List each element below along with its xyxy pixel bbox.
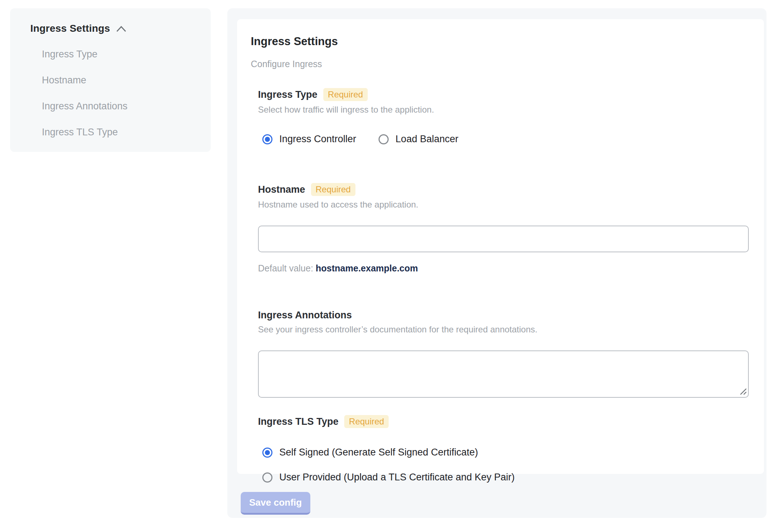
sidebar-section-toggle[interactable]: Ingress Settings	[30, 23, 200, 34]
default-value-text: hostname.example.com	[316, 263, 418, 273]
section-ingress-tls-type: Ingress TLS Type Required Self Signed (G…	[258, 415, 749, 483]
sidebar-item-hostname[interactable]: Hostname	[42, 75, 200, 86]
radio-option-label: Ingress Controller	[279, 134, 356, 145]
radio-option-label: Self Signed (Generate Self Signed Certif…	[279, 447, 478, 458]
ingress-annotations-label: Ingress Annotations	[258, 310, 352, 321]
radio-option-label: User Provided (Upload a TLS Certificate …	[279, 472, 515, 483]
page-title: Ingress Settings	[251, 35, 749, 48]
ingress-settings-card: Ingress Settings Configure Ingress Ingre…	[237, 19, 764, 474]
ingress-tls-radio-group: Self Signed (Generate Self Signed Certif…	[258, 447, 749, 483]
radio-option-label: Load Balancer	[395, 134, 458, 145]
ingress-type-description: Select how traffic will ingress to the a…	[258, 105, 749, 115]
radio-icon[interactable]	[262, 472, 272, 483]
default-value-label: Default value:	[258, 263, 313, 273]
radio-option-self-signed[interactable]: Self Signed (Generate Self Signed Certif…	[262, 447, 749, 458]
ingress-type-label: Ingress Type	[258, 89, 318, 100]
ingress-type-radio-group: Ingress Controller Load Balancer	[258, 134, 749, 145]
hostname-input[interactable]	[258, 226, 749, 252]
hostname-default-line: Default value: hostname.example.com	[258, 263, 749, 274]
ingress-annotations-textarea[interactable]	[258, 350, 749, 398]
required-badge: Required	[323, 88, 368, 101]
hostname-label: Hostname	[258, 184, 305, 195]
sidebar-item-ingress-type[interactable]: Ingress Type	[42, 49, 200, 60]
radio-icon[interactable]	[379, 134, 389, 144]
settings-sidebar: Ingress Settings Ingress Type Hostname I…	[10, 8, 211, 152]
section-ingress-annotations: Ingress Annotations See your ingress con…	[258, 310, 749, 398]
sidebar-item-list: Ingress Type Hostname Ingress Annotation…	[42, 49, 200, 138]
section-hostname: Hostname Required Hostname used to acces…	[258, 183, 749, 274]
required-badge: Required	[311, 183, 355, 196]
page-subtitle: Configure Ingress	[251, 59, 749, 69]
sidebar-item-ingress-tls-type[interactable]: Ingress TLS Type	[42, 127, 200, 138]
save-config-button[interactable]: Save config	[241, 492, 310, 515]
section-ingress-type: Ingress Type Required Select how traffic…	[258, 88, 749, 145]
radio-icon[interactable]	[262, 134, 272, 144]
chevron-up-icon	[116, 25, 127, 33]
sidebar-item-ingress-annotations[interactable]: Ingress Annotations	[42, 101, 200, 112]
ingress-settings-panel: Ingress Settings Configure Ingress Ingre…	[227, 8, 766, 518]
radio-option-load-balancer[interactable]: Load Balancer	[379, 134, 458, 145]
radio-option-user-provided[interactable]: User Provided (Upload a TLS Certificate …	[262, 472, 749, 483]
radio-icon[interactable]	[262, 448, 272, 458]
ingress-tls-type-label: Ingress TLS Type	[258, 416, 338, 427]
radio-option-ingress-controller[interactable]: Ingress Controller	[262, 134, 356, 145]
hostname-description: Hostname used to access the application.	[258, 200, 749, 210]
sidebar-section-title: Ingress Settings	[30, 23, 110, 34]
ingress-annotations-description: See your ingress controller’s documentat…	[258, 324, 749, 335]
required-badge: Required	[344, 415, 389, 428]
